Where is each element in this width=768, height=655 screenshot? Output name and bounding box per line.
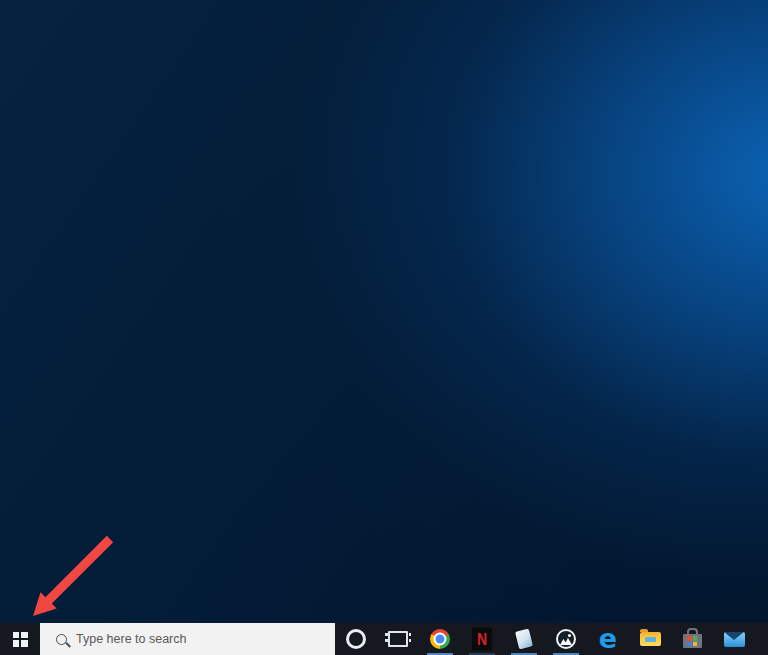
taskbar-app-store[interactable]	[672, 623, 712, 655]
chrome-icon	[430, 629, 450, 649]
taskbar-button-task-view[interactable]	[378, 623, 418, 655]
cortana-icon	[346, 629, 366, 649]
taskbar-app-netflix[interactable]: N	[462, 623, 502, 655]
search-icon	[56, 634, 67, 645]
taskbar-items: Ne	[336, 623, 754, 655]
desktop-wallpaper[interactable]	[0, 0, 768, 623]
task-view-icon	[388, 631, 408, 647]
search-placeholder: Type here to search	[76, 632, 186, 646]
taskbar-app-chrome[interactable]	[420, 623, 460, 655]
file-explorer-icon	[640, 632, 661, 646]
edge-icon: e	[599, 629, 617, 649]
netflix-icon: N	[472, 628, 492, 651]
taskbar-app-edge[interactable]: e	[588, 623, 628, 655]
mail-icon	[724, 632, 745, 647]
taskbar-app-photos[interactable]	[546, 623, 586, 655]
taskbar-app-mail[interactable]	[714, 623, 754, 655]
start-button[interactable]	[0, 623, 40, 655]
photos-icon	[556, 629, 576, 649]
taskbar-app-file-explorer[interactable]	[630, 623, 670, 655]
taskbar: Type here to search Ne	[0, 623, 768, 655]
taskbar-button-cortana[interactable]	[336, 623, 376, 655]
taskbar-app-notepad[interactable]	[504, 623, 544, 655]
windows-logo-icon	[13, 632, 28, 647]
notepad-icon	[515, 629, 533, 650]
taskbar-search[interactable]: Type here to search	[40, 623, 335, 655]
store-icon	[683, 634, 702, 648]
